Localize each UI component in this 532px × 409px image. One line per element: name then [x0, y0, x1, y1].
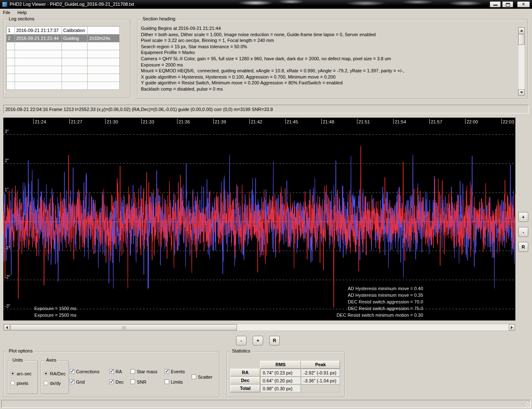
log-section-empty-row[interactable]: [7, 74, 120, 82]
plot-options-group: Plot options Units arc-sec pixels Axes R…: [3, 351, 219, 397]
section-heading-line: Camera = QHY 5L-II Color, gain = 95, ful…: [141, 56, 516, 62]
checkbox-limits[interactable]: Limits: [165, 379, 183, 384]
log-cell: [88, 58, 120, 66]
vzoom-in-button[interactable]: +: [518, 212, 528, 222]
stats-header-row: RMS Peak: [230, 361, 340, 369]
log-cell: [88, 50, 120, 58]
checkbox-ra[interactable]: RA: [109, 369, 122, 374]
checkbox-label: Corrections: [76, 369, 99, 374]
log-cell: [15, 74, 62, 82]
hzoom-in-button[interactable]: +: [253, 336, 263, 345]
checkbox-label: Limits: [171, 379, 183, 384]
log-sections-label: Log sections: [7, 16, 36, 21]
checkbox-corrections[interactable]: Corrections: [70, 369, 99, 374]
checkbox-box-icon: [165, 369, 169, 374]
menu-help[interactable]: Help: [15, 9, 30, 17]
stats-value-rms: 0.64" (0.20 px): [260, 377, 301, 384]
section-heading-line: Pixel scale = 3.22 arc-sec/px, Binning =…: [141, 37, 516, 44]
checkbox-scatter[interactable]: Scatter: [192, 374, 212, 379]
vzoom-out-button[interactable]: -: [518, 227, 528, 237]
section-heading-line: Equipment Profile = Marko: [141, 49, 516, 56]
titlebar[interactable]: PHD2 Log Viewer - PHD2_GuideLog_2016-09-…: [0, 0, 532, 9]
log-cell: 1h33m24s: [88, 34, 120, 42]
log-cell: 1: [7, 27, 15, 34]
scroll-down-button[interactable]: [518, 89, 525, 96]
radio-circle-icon: [10, 371, 15, 376]
log-cell: [15, 82, 62, 90]
arrow-left-icon: [6, 326, 8, 329]
minimize-button[interactable]: [490, 1, 501, 7]
section-heading-line: Mount = EQMOD HEQ5/6, connected, guiding…: [141, 68, 516, 74]
hzoom-out-button[interactable]: -: [236, 336, 246, 345]
radio-circle-icon: [44, 381, 48, 385]
menubar: File Help: [0, 9, 532, 17]
log-cell: Calibration: [62, 27, 88, 34]
stats-row-label: Total: [230, 384, 260, 392]
chart-scroll-thumb[interactable]: [10, 324, 237, 330]
checkbox-dec[interactable]: Dec: [109, 379, 124, 384]
stats-header-peak: Peak: [301, 361, 340, 369]
resize-grip-icon[interactable]: [525, 402, 530, 407]
maximize-icon: [506, 3, 510, 7]
radio-circle-icon: [44, 371, 48, 376]
scroll-right-button[interactable]: [509, 324, 515, 330]
log-cell: 2016-09-21 21:21:44: [15, 34, 62, 42]
vzoom-reset-button[interactable]: R: [518, 242, 528, 252]
log-cell: [7, 58, 15, 66]
heading-scrollbar[interactable]: [518, 27, 525, 96]
statistics-table: RMS Peak RA 0.74" (0.23 px) -2.92" (-0.9…: [230, 361, 340, 392]
stats-value-peak: -2.92" (-0.91 px): [301, 369, 340, 377]
log-section-empty-row[interactable]: [7, 42, 120, 50]
scroll-left-button[interactable]: [4, 324, 10, 330]
axes-label: Axes: [44, 357, 58, 362]
close-button[interactable]: ×: [517, 1, 530, 7]
radio-ra-dec[interactable]: RA/Dec: [44, 371, 66, 376]
log-cell: [15, 66, 62, 74]
log-cell: [7, 42, 15, 50]
checkbox-grid[interactable]: Grid: [70, 379, 85, 384]
section-heading-line: Y guide algorithm = Resist Switch, Minim…: [141, 80, 516, 86]
radio-arc-sec[interactable]: arc-sec: [10, 371, 32, 376]
chart-scrollbar[interactable]: [3, 324, 515, 331]
log-section-row[interactable]: 12016-09-21 21:17:37Calibration: [7, 27, 120, 34]
arrow-up-icon: [520, 30, 523, 32]
checkbox-box-icon: [109, 379, 114, 384]
radio-pixels[interactable]: pixels: [10, 380, 28, 386]
hzoom-reset-button[interactable]: R: [269, 336, 280, 345]
scroll-up-button[interactable]: [518, 27, 525, 34]
section-heading-group: Section heading Guiding Begins at 2016-0…: [137, 19, 528, 99]
log-section-empty-row[interactable]: [7, 58, 120, 66]
close-icon: ×: [517, 2, 530, 7]
log-section-empty-row[interactable]: [7, 66, 120, 74]
log-cell: 2: [7, 34, 15, 42]
status-bar: [0, 398, 532, 409]
checkbox-star-mass[interactable]: Star mass: [131, 369, 158, 374]
stats-value-rms: 0.98" (0.30 px): [260, 384, 301, 392]
checkbox-label: Grid: [76, 379, 85, 384]
checkbox-events[interactable]: Events: [165, 369, 185, 374]
axes-group: Axes RA/Dec dx/dy: [41, 360, 69, 394]
section-heading-line: Dither = both axes, Dither scale = 1.000…: [141, 32, 516, 38]
log-cell: [62, 66, 88, 74]
log-cell: [62, 50, 88, 58]
log-section-empty-row[interactable]: [7, 82, 120, 90]
minimize-icon: [493, 5, 498, 6]
units-label: Units: [11, 357, 25, 362]
checkbox-snr[interactable]: SNR: [131, 379, 146, 384]
maximize-button[interactable]: [502, 1, 513, 7]
radio-dx-dy[interactable]: dx/dy: [44, 380, 61, 386]
scroll-thumb[interactable]: [518, 34, 525, 45]
section-heading-text: Guiding Begins at 2016-09-21 21:21:44Dit…: [141, 25, 516, 97]
log-cell: [62, 42, 88, 50]
section-heading-line: Search region = 15 px, Star mass toleran…: [141, 44, 516, 50]
app-icon: [2, 2, 7, 7]
log-sections-table[interactable]: 12016-09-21 21:17:37Calibration22016-09-…: [6, 26, 120, 90]
log-section-empty-row[interactable]: [7, 50, 120, 58]
log-cell: [88, 66, 120, 74]
checkbox-box-icon: [131, 379, 135, 384]
log-section-row[interactable]: 22016-09-21 21:21:44Guiding1h33m24s: [7, 34, 120, 42]
guide-chart[interactable]: [3, 118, 515, 320]
status-bar-pane: [1, 400, 531, 408]
menu-file[interactable]: File: [0, 9, 13, 17]
checkbox-label: Events: [171, 369, 185, 374]
